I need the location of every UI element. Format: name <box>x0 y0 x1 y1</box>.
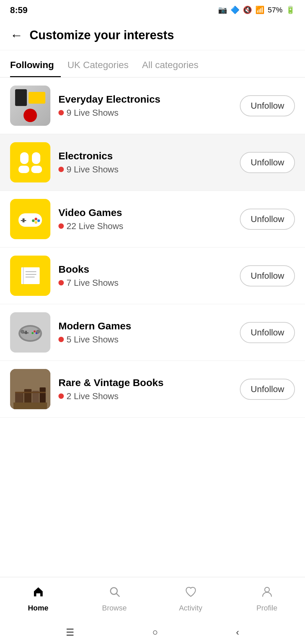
svg-rect-31 <box>13 402 47 409</box>
svg-point-22 <box>32 332 34 334</box>
category-thumb-electronics <box>10 142 50 182</box>
svg-point-34 <box>265 587 269 592</box>
live-dot <box>58 167 64 172</box>
category-shows: 22 Live Shows <box>58 221 232 231</box>
category-item-video-games: Video Games 22 Live Shows Unfollow <box>0 191 305 248</box>
back-button[interactable]: ← <box>10 29 23 42</box>
android-nav-bar: ☰ ○ ‹ <box>0 621 305 644</box>
category-thumb-everyday-electronics <box>10 86 50 126</box>
svg-rect-6 <box>21 220 26 221</box>
wifi-icon: 📶 <box>255 6 264 14</box>
android-home-button[interactable]: ○ <box>152 627 158 638</box>
status-time: 8:59 <box>10 5 28 15</box>
svg-point-7 <box>35 218 37 220</box>
category-thumb-books <box>10 256 50 296</box>
nav-label-activity: Activity <box>179 604 203 612</box>
svg-rect-30 <box>15 392 46 393</box>
unfollow-button-everyday-electronics[interactable]: Unfollow <box>240 95 295 116</box>
status-icons: 📷 🔷 🔇 📶 57% 🔋 <box>218 6 295 14</box>
live-dot <box>58 110 64 115</box>
category-shows: 9 Live Shows <box>58 164 232 175</box>
category-name: Modern Games <box>58 320 232 332</box>
category-name: Everyday Electronics <box>58 94 232 105</box>
category-info-everyday-electronics: Everyday Electronics 9 Live Shows <box>58 94 232 118</box>
category-info-video-games: Video Games 22 Live Shows <box>58 207 232 231</box>
home-icon <box>32 585 45 601</box>
live-dot <box>58 393 64 399</box>
android-back-button[interactable]: ‹ <box>236 627 239 638</box>
category-shows: 5 Live Shows <box>58 334 232 345</box>
unfollow-button-books[interactable]: Unfollow <box>240 265 295 286</box>
svg-rect-3 <box>31 166 42 173</box>
nav-item-home[interactable]: Home <box>0 577 76 621</box>
svg-rect-11 <box>21 267 40 284</box>
nav-item-profile[interactable]: Profile <box>229 577 305 621</box>
header: ← Customize your interests <box>0 20 305 50</box>
mute-icon: 🔇 <box>243 6 252 14</box>
tabs-container: Following UK Categories All categories <box>0 50 305 77</box>
profile-icon <box>261 585 273 601</box>
svg-point-23 <box>21 330 24 333</box>
category-info-books: Books 7 Live Shows <box>58 264 232 288</box>
category-thumb-video-games <box>10 199 50 239</box>
tab-uk-categories[interactable]: UK Categories <box>68 50 135 77</box>
category-name: Electronics <box>58 150 232 162</box>
svg-line-33 <box>116 593 119 596</box>
nav-label-home: Home <box>28 604 48 612</box>
category-item-modern-games: Modern Games 5 Live Shows Unfollow <box>0 304 305 361</box>
category-name: Video Games <box>58 207 232 218</box>
category-item-electronics: Electronics 9 Live Shows Unfollow <box>0 134 305 191</box>
bottom-nav: Home Browse Activity Profile <box>0 577 305 621</box>
svg-point-20 <box>34 330 36 332</box>
battery-indicator: 57% <box>268 6 282 14</box>
svg-point-8 <box>37 219 40 222</box>
category-item-rare-vintage-books: Rare & Vintage Books 2 Live Shows Unfoll… <box>0 361 305 418</box>
live-dot <box>58 337 64 342</box>
unfollow-button-rare-vintage-books[interactable]: Unfollow <box>240 379 295 400</box>
svg-rect-0 <box>20 152 29 164</box>
category-info-modern-games: Modern Games 5 Live Shows <box>58 320 232 345</box>
svg-rect-2 <box>18 166 29 173</box>
tab-following[interactable]: Following <box>10 50 61 77</box>
unfollow-button-video-games[interactable]: Unfollow <box>240 209 295 230</box>
category-shows: 2 Live Shows <box>58 391 232 401</box>
nav-item-browse[interactable]: Browse <box>76 577 152 621</box>
category-shows: 9 Live Shows <box>58 108 232 118</box>
svg-point-9 <box>32 219 35 222</box>
bluetooth-icon: 🔷 <box>230 6 239 14</box>
category-name: Books <box>58 264 232 275</box>
category-name: Rare & Vintage Books <box>58 377 232 388</box>
category-info-electronics: Electronics 9 Live Shows <box>58 150 232 175</box>
category-shows: 7 Live Shows <box>58 278 232 288</box>
category-item-books: Books 7 Live Shows Unfollow <box>0 248 305 304</box>
nav-item-activity[interactable]: Activity <box>152 577 229 621</box>
unfollow-button-modern-games[interactable]: Unfollow <box>240 322 295 343</box>
content-spacer <box>0 497 305 577</box>
browse-icon <box>108 585 121 601</box>
svg-rect-12 <box>23 267 24 284</box>
live-dot <box>58 280 64 285</box>
tab-all-categories[interactable]: All categories <box>142 50 205 77</box>
live-dot <box>58 223 64 229</box>
activity-icon <box>184 585 197 601</box>
page-title: Customize your interests <box>30 28 174 42</box>
category-info-rare-vintage-books: Rare & Vintage Books 2 Live Shows <box>58 377 232 401</box>
camera-icon: 📷 <box>218 6 227 14</box>
category-item-everyday-electronics: Everyday Electronics 9 Live Shows Unfoll… <box>0 77 305 134</box>
svg-point-10 <box>35 221 37 224</box>
android-menu-button[interactable]: ☰ <box>66 627 74 638</box>
nav-label-profile: Profile <box>256 604 277 612</box>
category-thumb-rare-vintage-books <box>10 369 50 409</box>
unfollow-button-electronics[interactable]: Unfollow <box>240 152 295 173</box>
category-list: Everyday Electronics 9 Live Shows Unfoll… <box>0 77 305 497</box>
category-thumb-modern-games <box>10 312 50 353</box>
svg-rect-1 <box>32 152 40 164</box>
status-bar: 8:59 📷 🔷 🔇 📶 57% 🔋 <box>0 0 305 20</box>
svg-rect-19 <box>24 332 29 333</box>
svg-point-24 <box>36 330 40 333</box>
nav-label-browse: Browse <box>102 604 127 612</box>
battery-icon: 🔋 <box>286 6 295 14</box>
